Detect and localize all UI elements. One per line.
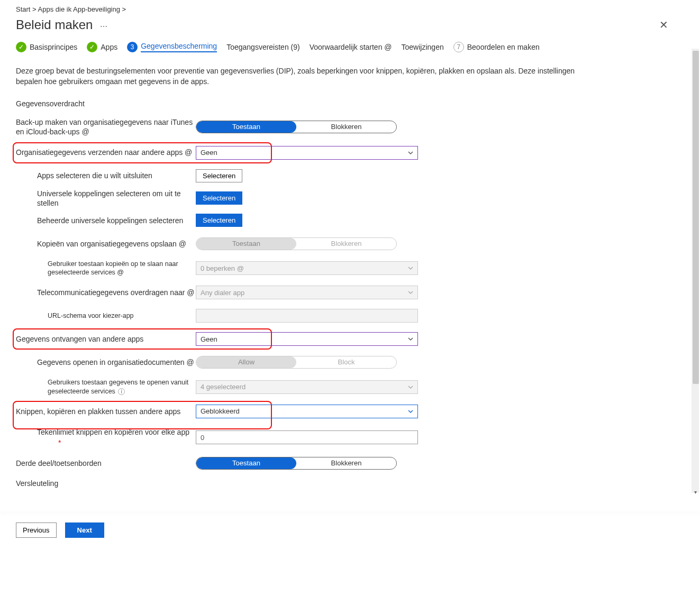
wizard-steps: ✓ Basisprincipes ✓ Apps 3 Gegevensbesche… <box>16 42 684 52</box>
toggle-allow[interactable]: Allow <box>196 356 296 368</box>
section-data-transfer: Gegevensoverdracht <box>16 99 684 108</box>
dropdown-cut-copy-paste[interactable]: Geblokkeerd <box>196 405 418 418</box>
toggle-block[interactable]: Block <box>296 356 396 368</box>
input-char-limit[interactable] <box>196 430 418 444</box>
toggle-third-party-kb[interactable]: Toestaan Blokkeren <box>196 457 397 470</box>
more-dots-icon[interactable]: ⋯ <box>100 22 107 31</box>
label-third-party-keyboards: Derde deel/toetsenborden <box>16 459 196 468</box>
step-number-icon: 7 <box>453 42 464 52</box>
step-apps[interactable]: ✓ Apps <box>87 42 117 52</box>
dropdown-telecom[interactable]: Any dialer app <box>196 286 418 299</box>
label-allow-open-services: Gebruikers toestaan gegevens te openen v… <box>16 378 196 396</box>
intro-text: Deze groep bevat de besturingselementen … <box>16 66 598 87</box>
step-assignments[interactable]: Toewijzingen <box>402 43 444 51</box>
dropdown-value: 4 geselecteerd <box>201 383 408 391</box>
toggle-block[interactable]: Blokkeren <box>296 238 396 250</box>
step-conditional[interactable]: Voorwaardelijk starten @ <box>310 43 392 51</box>
breadcrumb: Start > Apps die ik App-beveiliging > <box>16 5 684 13</box>
chevron-down-icon <box>408 150 413 155</box>
label-allow-save-services: Gebruiker toestaan kopieën op te slaan n… <box>16 260 196 277</box>
step-data-protection[interactable]: 3 Gegevensbescherming <box>127 42 217 52</box>
step-number-icon: 3 <box>127 42 138 52</box>
label-managed-universal-links: Beheerde universele koppelingen selecter… <box>16 216 196 225</box>
button-select-managed-univ[interactable]: Selecteren <box>196 214 242 227</box>
info-icon[interactable]: i <box>118 388 125 395</box>
step-basics[interactable]: ✓ Basisprincipes <box>16 42 77 52</box>
dropdown-value: Geen <box>201 335 408 343</box>
toggle-block[interactable]: Blokkeren <box>296 121 396 133</box>
chevron-down-icon <box>408 336 413 342</box>
close-icon[interactable]: ✕ <box>659 19 668 31</box>
check-icon: ✓ <box>16 42 26 52</box>
check-icon: ✓ <box>87 42 97 52</box>
breadcrumb-start[interactable]: Start > <box>16 5 37 13</box>
dropdown-value: 0 beperken @ <box>201 264 408 272</box>
label-apps-exclude: Apps selecteren die u wilt uitsluiten <box>16 171 196 180</box>
toggle-backup[interactable]: Toestaan Blokkeren <box>196 121 397 133</box>
label-receive-other-apps: Gegevens ontvangen van andere apps <box>16 334 196 344</box>
dropdown-value: Any dialer app <box>201 289 408 297</box>
dropdown-value: Geblokkeerd <box>201 407 408 415</box>
chevron-down-icon <box>408 384 413 390</box>
toggle-allow[interactable]: Toestaan <box>196 457 296 469</box>
label-open-in-docs: Gegevens openen in organisatiedocumenten… <box>16 357 196 367</box>
step-review[interactable]: 7 Beoordelen en maken <box>453 42 540 52</box>
button-select-exclude[interactable]: Selecteren <box>196 169 242 182</box>
step-access[interactable]: Toegangsvereisten (9) <box>226 43 300 51</box>
input-url-scheme[interactable] <box>196 309 418 323</box>
scroll-down-icon[interactable]: ▾ <box>692 489 699 497</box>
toggle-open-docs[interactable]: Allow Block <box>196 356 397 369</box>
label-send-other-apps: Organisatiegegevens verzenden naar ander… <box>16 148 196 157</box>
dropdown-send-other-apps[interactable]: Geen <box>196 146 418 160</box>
section-encryption: Versleuteling <box>16 479 684 488</box>
label-char-limit: Tekenlimiet knippen en kopiëren voor elk… <box>16 427 196 447</box>
toggle-allow[interactable]: Toestaan <box>196 238 296 250</box>
dropdown-value: Geen <box>201 149 408 157</box>
next-button[interactable]: Next <box>65 522 104 538</box>
toggle-block[interactable]: Blokkeren <box>296 457 396 469</box>
label-cut-copy-paste: Knippen, kopiëren en plakken tussen ande… <box>16 407 196 416</box>
breadcrumb-path[interactable]: Apps die ik App-beveiliging > <box>38 5 126 13</box>
previous-button[interactable]: Previous <box>16 522 57 538</box>
toggle-save-copies[interactable]: Toestaan Blokkeren <box>196 237 397 250</box>
dropdown-open-services[interactable]: 4 geselecteerd <box>196 380 418 394</box>
chevron-down-icon <box>408 265 413 271</box>
toggle-allow[interactable]: Toestaan <box>196 121 296 133</box>
page-title: Beleid maken <box>16 17 93 32</box>
dropdown-receive-other-apps[interactable]: Geen <box>196 332 418 346</box>
dropdown-save-services[interactable]: 0 beperken @ <box>196 261 418 275</box>
button-select-univ-links[interactable]: Selecteren <box>196 191 242 205</box>
scrollbar-thumb[interactable] <box>693 51 699 384</box>
label-url-scheme: URL-schema voor kiezer-app <box>16 311 196 320</box>
chevron-down-icon <box>408 409 413 414</box>
label-telecom: Telecommunicatiegegevens overdragen naar… <box>16 288 196 297</box>
label-save-copies: Kopieën van organisatiegegevens opslaan … <box>16 239 196 249</box>
label-backup: Back-up maken van organisatiegegevens na… <box>16 117 196 136</box>
required-asterisk: * <box>58 438 196 447</box>
chevron-down-icon <box>408 290 413 295</box>
label-universal-links: Universele koppelingen selecteren om uit… <box>16 189 196 208</box>
